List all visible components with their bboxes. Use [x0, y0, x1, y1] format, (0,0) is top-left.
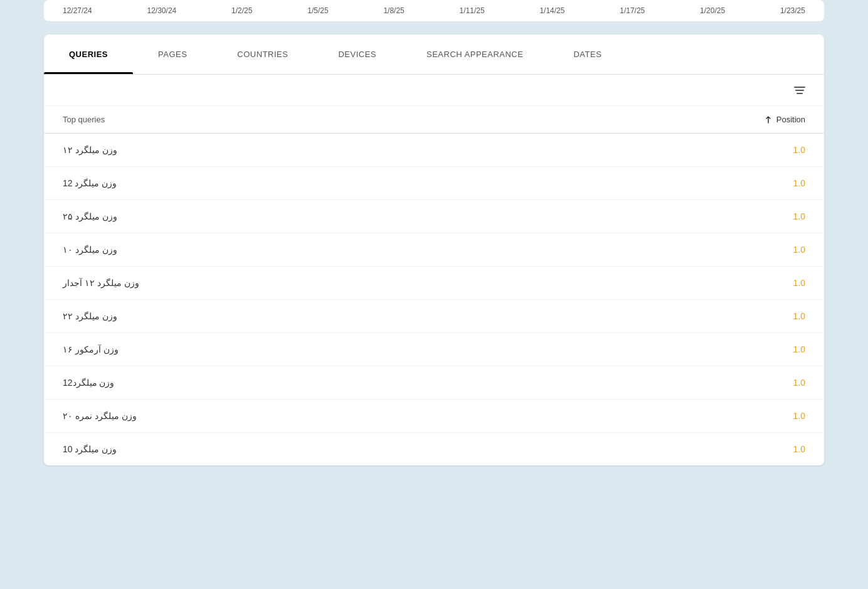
table-row: وزن میلگرد 121.0 — [44, 167, 824, 200]
position-value: 1.0 — [780, 311, 805, 321]
date-bar: 12/27/2412/30/241/2/251/5/251/8/251/11/2… — [44, 0, 824, 22]
table-row: وزن میلگرد121.0 — [44, 366, 824, 400]
tab-dates[interactable]: DATES — [548, 34, 627, 74]
query-text: وزن میلگرد ۱۲ آجدار — [63, 278, 139, 288]
position-column-label: Position — [776, 115, 805, 124]
sort-arrow-icon — [764, 115, 773, 124]
query-text: وزن میلگرد 12 — [63, 178, 117, 188]
table-row: وزن آرمکور ۱۶1.0 — [44, 333, 824, 366]
query-text: وزن میلگرد ۱۰ — [63, 245, 117, 255]
date-label: 12/27/24 — [63, 6, 92, 15]
date-label: 1/17/25 — [620, 6, 645, 15]
query-text: وزن میلگرد ۲۵ — [63, 211, 117, 221]
table-row: وزن میلگرد ۲۵1.0 — [44, 200, 824, 233]
page-wrapper: 12/27/2412/30/241/2/251/5/251/8/251/11/2… — [0, 0, 868, 589]
table-row: وزن میلگرد ۱۲ آجدار1.0 — [44, 267, 824, 300]
table-header-left-label: Top queries — [63, 115, 105, 124]
tab-queries[interactable]: QUERIES — [44, 34, 133, 74]
table-row: وزن میلگرد ۲۲1.0 — [44, 300, 824, 333]
table-row: وزن میلگرد نمره ۲۰1.0 — [44, 400, 824, 433]
tab-devices[interactable]: DEVICES — [313, 34, 401, 74]
tab-pages[interactable]: PAGES — [133, 34, 212, 74]
table-header: Top queries Position — [44, 106, 824, 134]
date-label: 12/30/24 — [147, 6, 177, 15]
position-value: 1.0 — [780, 344, 805, 354]
date-label: 1/5/25 — [307, 6, 328, 15]
table-body: وزن میلگرد ۱۲1.0وزن میلگرد 121.0وزن میلگ… — [44, 134, 824, 465]
position-value: 1.0 — [780, 145, 805, 155]
date-label: 1/11/25 — [460, 6, 485, 15]
table-row: وزن میلگرد 101.0 — [44, 433, 824, 465]
tab-search-appearance[interactable]: SEARCH APPEARANCE — [401, 34, 548, 74]
position-value: 1.0 — [780, 178, 805, 188]
date-label: 1/20/25 — [700, 6, 725, 15]
filter-icon[interactable] — [794, 87, 805, 94]
position-value: 1.0 — [780, 211, 805, 221]
date-label: 1/8/25 — [383, 6, 404, 15]
filter-bar — [44, 75, 824, 106]
query-text: وزن میلگرد نمره ۲۰ — [63, 411, 137, 421]
position-value: 1.0 — [780, 278, 805, 288]
query-text: وزن میلگرد ۱۲ — [63, 145, 117, 155]
tabs-container: QUERIESPAGESCOUNTRIESDEVICESSEARCH APPEA… — [44, 34, 824, 75]
position-value: 1.0 — [780, 444, 805, 454]
query-text: وزن آرمکور ۱۶ — [63, 344, 119, 354]
position-value: 1.0 — [780, 245, 805, 255]
date-label: 1/14/25 — [539, 6, 564, 15]
date-label: 1/2/25 — [231, 6, 252, 15]
query-text: وزن میلگرد ۲۲ — [63, 311, 117, 321]
query-text: وزن میلگرد 10 — [63, 444, 117, 454]
main-card: QUERIESPAGESCOUNTRIESDEVICESSEARCH APPEA… — [44, 34, 824, 465]
tab-countries[interactable]: COUNTRIES — [212, 34, 313, 74]
query-text: وزن میلگرد12 — [63, 378, 114, 388]
date-label: 1/23/25 — [780, 6, 805, 15]
table-row: وزن میلگرد ۱۰1.0 — [44, 233, 824, 267]
table-row: وزن میلگرد ۱۲1.0 — [44, 134, 824, 167]
position-value: 1.0 — [780, 411, 805, 421]
position-value: 1.0 — [780, 378, 805, 388]
table-header-right-label: Position — [764, 115, 805, 124]
